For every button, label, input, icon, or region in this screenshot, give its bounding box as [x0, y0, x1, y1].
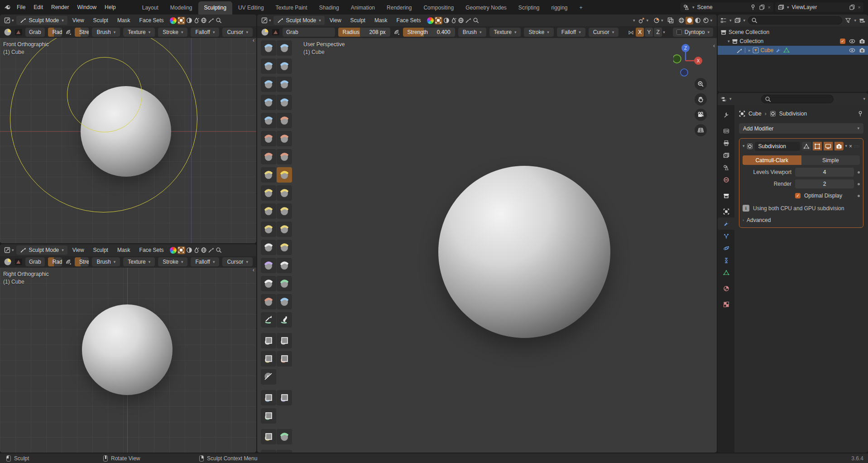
- tool-flatten[interactable]: [261, 131, 276, 146]
- region-collapse-icon[interactable]: ‹: [713, 43, 715, 49]
- menu-view[interactable]: View: [68, 16, 88, 25]
- brush-texture-thumbnail[interactable]: [272, 29, 279, 35]
- editor-type-button[interactable]: ▾: [260, 16, 273, 25]
- pin-icon[interactable]: [857, 111, 863, 117]
- add-modifier-button[interactable]: Add Modifier ▾: [739, 123, 863, 134]
- gizmos-dropdown[interactable]: ▾: [637, 16, 650, 25]
- brush-texture-thumbnail[interactable]: [15, 29, 22, 35]
- texture-popover[interactable]: Texture▾: [123, 28, 155, 37]
- shading-solid-icon[interactable]: [686, 17, 693, 24]
- field-value[interactable]: 4: [795, 168, 854, 177]
- outliner-row-cube[interactable]: ▸Cube: [718, 46, 868, 55]
- tool-box-trim[interactable]: [277, 351, 292, 367]
- strength-slider[interactable]: Strength0.400: [75, 28, 89, 37]
- tool-grab[interactable]: [277, 167, 292, 183]
- overlays-dropdown[interactable]: ▾: [652, 16, 665, 25]
- menu-view[interactable]: View: [68, 246, 88, 255]
- falloff-popover[interactable]: Falloff▾: [557, 28, 585, 37]
- outliner-search-input[interactable]: [748, 16, 842, 24]
- viewlayer-selector[interactable]: ▾ ViewLayer ×: [775, 2, 863, 12]
- viewport-right-canvas[interactable]: Right Orthographic (1) Cube: [0, 268, 256, 453]
- drag-handle-icon[interactable]: ::::: [854, 144, 860, 148]
- pressure-sensitivity-icon[interactable]: [65, 29, 72, 35]
- tool-multi-plane-scrape[interactable]: [277, 149, 292, 164]
- tool-edit-face-set[interactable]: [261, 429, 276, 444]
- workspace-tab-layout[interactable]: Layout: [136, 1, 164, 14]
- pan-hand-icon[interactable]: [695, 93, 707, 106]
- texture-popover[interactable]: Texture▾: [489, 28, 521, 37]
- show-in-editmode-toggle[interactable]: [813, 142, 822, 150]
- tool-simplify[interactable]: [277, 258, 292, 273]
- modifier-name-field[interactable]: Subdivision: [755, 142, 800, 151]
- workspace-tab-sculpting[interactable]: Sculpting: [198, 1, 232, 14]
- properties-tab-object[interactable]: [718, 205, 734, 217]
- strength-slider[interactable]: Strength0.400: [75, 257, 89, 266]
- xray-toggle[interactable]: [667, 17, 674, 24]
- tool-multires-displacement-smear[interactable]: [277, 294, 292, 309]
- tool-pinch[interactable]: [261, 167, 276, 183]
- disable-in-render-icon[interactable]: [859, 38, 865, 44]
- brush-name-field[interactable]: Grab: [25, 257, 45, 266]
- hide-in-viewport-icon[interactable]: [849, 38, 855, 44]
- tool-blob[interactable]: [277, 95, 292, 110]
- zoom-icon[interactable]: [695, 78, 707, 90]
- tool-cloth[interactable]: [261, 258, 276, 273]
- dyntopo-checkbox[interactable]: [676, 29, 682, 35]
- tool-draw-face-sets[interactable]: [277, 276, 292, 291]
- breadcrumb-object[interactable]: Cube: [748, 111, 762, 117]
- viewlayer-name[interactable]: ViewLayer: [792, 4, 846, 10]
- properties-tab-world[interactable]: [718, 174, 734, 186]
- mode-selector[interactable]: Sculpt Mode▾: [16, 246, 67, 255]
- copy-icon[interactable]: [849, 4, 855, 10]
- tool-slide-relax[interactable]: [261, 240, 276, 255]
- sculpt-sphere[interactable]: [82, 304, 173, 395]
- workspace-tab-animation[interactable]: Animation: [345, 1, 381, 14]
- editor-type-button[interactable]: ▾: [3, 246, 15, 255]
- tool-paint[interactable]: [261, 312, 276, 328]
- properties-tab-tool[interactable]: [718, 109, 734, 121]
- properties-tab-modifiers[interactable]: [718, 217, 734, 230]
- outliner-editor-icon[interactable]: [720, 17, 727, 24]
- tool-rotate[interactable]: [277, 222, 292, 237]
- tool-box-mask[interactable]: [261, 333, 276, 348]
- close-icon[interactable]: ×: [768, 5, 771, 10]
- tool-fill[interactable]: [277, 131, 292, 146]
- chevron-down-icon[interactable]: ▾: [663, 30, 665, 34]
- shading-wireframe-icon[interactable]: [677, 17, 685, 24]
- header-search-icon[interactable]: [472, 17, 480, 24]
- chevron-down-icon[interactable]: ▾: [710, 19, 712, 23]
- tool-color-filter[interactable]: [261, 408, 276, 424]
- pressure-sensitivity-icon[interactable]: [393, 29, 400, 35]
- shading-material-icon[interactable]: [694, 17, 701, 24]
- header-search-icon[interactable]: [215, 17, 223, 24]
- tool-smear[interactable]: [277, 312, 292, 328]
- properties-tab-constraints[interactable]: [718, 254, 734, 266]
- stroke-popover[interactable]: Stroke▾: [158, 257, 187, 266]
- tool-line-project[interactable]: [261, 369, 276, 385]
- show-in-render-toggle[interactable]: [834, 142, 844, 150]
- scene-selector[interactable]: ▾ Scene ×: [681, 2, 773, 12]
- show-in-viewport-toggle[interactable]: [824, 142, 833, 150]
- menu-mask[interactable]: Mask: [113, 246, 134, 255]
- collection-checkbox[interactable]: ✓: [840, 39, 845, 44]
- properties-editor-icon[interactable]: [720, 96, 727, 102]
- region-collapse-icon[interactable]: ‹: [253, 37, 254, 43]
- workspace-tab-rendering[interactable]: Rendering: [381, 1, 417, 14]
- tool-smooth[interactable]: [277, 113, 292, 128]
- falloff-popover[interactable]: Falloff▾: [191, 257, 219, 266]
- workspace-tab-texture-paint[interactable]: Texture Paint: [270, 1, 313, 14]
- menu-mask[interactable]: Mask: [113, 16, 134, 25]
- animate-property-dot[interactable]: [858, 171, 860, 174]
- properties-tab-data[interactable]: [718, 266, 734, 279]
- menu-help[interactable]: Help: [101, 3, 120, 12]
- chevron-down-icon[interactable]: ▾: [633, 19, 635, 23]
- subdivision-type-simple[interactable]: Simple: [801, 155, 860, 165]
- brush-name-field[interactable]: Grab: [25, 28, 45, 37]
- symmetry-x-button[interactable]: X: [636, 28, 644, 37]
- properties-tab-collection[interactable]: [718, 189, 734, 202]
- tool-draw[interactable]: [261, 40, 276, 56]
- tool-draw-sharp[interactable]: [277, 40, 292, 56]
- brush-name-field[interactable]: Grab: [283, 28, 335, 37]
- blender-logo-icon[interactable]: [5, 4, 12, 11]
- selection-box-toggle[interactable]: [177, 246, 185, 254]
